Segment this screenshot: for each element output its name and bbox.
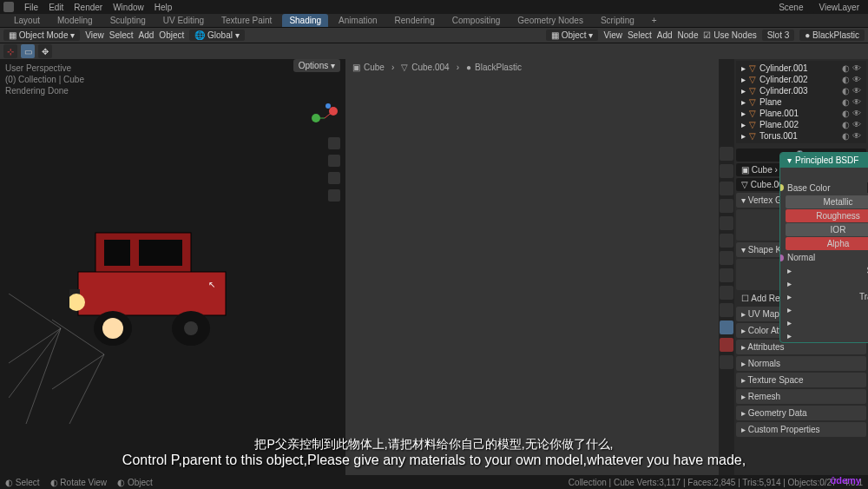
menu-window[interactable]: Window (113, 3, 144, 12)
options-dropdown[interactable]: Options ▾ (293, 59, 340, 72)
ne-add[interactable]: Add (657, 30, 673, 40)
transmission-section[interactable]: ▸ Transmission (780, 290, 868, 303)
viewport-toolbar: ▦ Object Mode ▾ View Select Add Object 🌐… (0, 28, 868, 43)
property-tabs (719, 59, 734, 475)
outliner-item[interactable]: ▸▽Plane.001◐ 👁 (738, 108, 865, 119)
camera-icon[interactable] (328, 172, 340, 184)
axis-gizmo[interactable] (309, 102, 340, 134)
menu-bar: File Edit Render Window Help (0, 0, 868, 14)
tab-layout[interactable]: Layout (7, 14, 47, 27)
outliner-item[interactable]: ▸▽Torus.001◐ 👁 (738, 130, 865, 142)
metallic-slider[interactable]: Metallic0.000 (786, 195, 868, 208)
outliner-item[interactable]: ▸▽Plane.002◐ 👁 (738, 119, 865, 130)
bc-mesh[interactable]: ▽ Cube.004 (401, 63, 449, 72)
specular-section[interactable]: ▸ Specular (780, 277, 868, 290)
tab-modeling[interactable]: Modeling (50, 14, 100, 27)
svg-line-16 (9, 328, 61, 363)
geodata-panel[interactable]: ▸ Geometry Data (736, 406, 866, 420)
mode-select[interactable]: ▦ Object Mode ▾ (3, 30, 80, 41)
svg-line-15 (9, 294, 61, 328)
svg-line-20 (52, 354, 104, 389)
sheen-section[interactable]: ▸ Sheen (780, 316, 868, 329)
bc-object[interactable]: ▣ Cube (352, 63, 385, 72)
mouse-cursor: ↖ (208, 280, 215, 289)
menu-select[interactable]: Select (109, 30, 134, 40)
material-select[interactable]: ● BlackPlastic (799, 30, 865, 41)
tab-shading[interactable]: Shading (282, 14, 328, 27)
tab-add[interactable]: + (645, 14, 664, 27)
tab-texture[interactable]: Texture Paint (214, 14, 279, 27)
principled-bsdf-node[interactable]: ▾ Principled BSDF BSDF Base Color Metall… (779, 152, 868, 343)
outliner-item[interactable]: ▸▽Cylinder.001◐ 👁 (738, 63, 865, 74)
tab-geonodes[interactable]: Geometry Nodes (510, 14, 590, 27)
normals-panel[interactable]: ▸ Normals (736, 356, 866, 371)
tab-animation[interactable]: Animation (332, 14, 384, 27)
menu-file[interactable]: File (24, 3, 38, 12)
remesh-panel[interactable]: ▸ Remesh (736, 389, 866, 404)
particle-tab-icon[interactable] (720, 268, 733, 282)
view-tab-icon[interactable] (720, 182, 733, 195)
blender-logo[interactable] (3, 2, 14, 12)
move-tool-icon[interactable]: ✥ (38, 44, 52, 58)
pan-icon[interactable] (328, 155, 340, 167)
tab-scripting[interactable]: Scripting (594, 14, 641, 27)
emission-section[interactable]: ▸ Emission (780, 329, 868, 342)
viewport-3d[interactable]: User Perspective (0) Collection | Cube R… (0, 59, 345, 475)
menu-object[interactable]: Object (159, 30, 184, 40)
orientation[interactable]: 🌐 Global ▾ (189, 30, 244, 41)
menu-edit[interactable]: Edit (49, 3, 63, 12)
menu-render[interactable]: Render (74, 3, 102, 12)
node-editor[interactable]: ▣ Cube › ▽ Cube.004 › ● BlackPlastic ▾ P… (345, 59, 719, 475)
node-header[interactable]: ▾ Principled BSDF (780, 153, 868, 168)
select-tool-icon[interactable]: ▭ (21, 44, 35, 58)
svg-rect-7 (139, 240, 182, 266)
alpha-slider[interactable]: Alpha1.000 (786, 237, 868, 250)
coat-section[interactable]: ▸ Coat (780, 303, 868, 316)
outliner: ▸▽Cylinder.001◐ 👁 ▸▽Cylinder.002◐ 👁 ▸▽Cy… (736, 61, 866, 143)
ior-slider[interactable]: IOR1.450 (786, 223, 868, 236)
zoom-icon[interactable] (328, 137, 340, 149)
normal-input: Normal (787, 253, 815, 262)
outliner-item[interactable]: ▸▽Cylinder.002◐ 👁 (738, 74, 865, 85)
menu-view[interactable]: View (85, 30, 104, 40)
tab-rendering[interactable]: Rendering (388, 14, 442, 27)
use-nodes[interactable]: ☑ Use Nodes (703, 30, 756, 40)
material-tab-icon[interactable] (720, 338, 733, 352)
tab-uv[interactable]: UV Editing (156, 14, 211, 27)
object-tab-icon[interactable] (720, 234, 733, 248)
data-tab-icon[interactable] (720, 320, 733, 334)
cursor-tool-icon[interactable]: ⊹ (3, 44, 17, 58)
ne-select[interactable]: Select (628, 30, 652, 40)
bc-material[interactable]: ● BlackPlastic (466, 63, 522, 72)
ne-node[interactable]: Node (678, 30, 699, 40)
texspace-panel[interactable]: ▸ Texture Space (736, 373, 866, 387)
custom-props-panel[interactable]: ▸ Custom Properties (736, 422, 866, 437)
scene-stats: Collection | Cube Verts:3,117 | Faces:2,… (569, 478, 837, 487)
texture-tab-icon[interactable] (720, 355, 733, 369)
slot-select[interactable]: Slot 3 (762, 30, 795, 41)
tab-compositing[interactable]: Compositing (445, 14, 508, 27)
constraint-tab-icon[interactable] (720, 303, 733, 317)
modifier-tab-icon[interactable] (720, 251, 733, 265)
ne-view[interactable]: View (603, 30, 622, 40)
viewlayer-field[interactable]: ViewLayer (813, 2, 865, 13)
output-tab-icon[interactable] (720, 164, 733, 178)
svg-line-18 (26, 328, 61, 424)
roughness-slider[interactable]: Roughness0.200 (786, 209, 868, 222)
render-tab-icon[interactable] (720, 147, 733, 161)
physics-tab-icon[interactable] (720, 286, 733, 300)
perspective-icon[interactable] (328, 189, 340, 202)
outliner-item[interactable]: ▸▽Plane◐ 👁 (738, 96, 865, 108)
scene-tab-icon[interactable] (720, 199, 733, 213)
status-bar: ◐ Select ◐ Rotate View ◐ Object Collecti… (0, 475, 868, 489)
world-tab-icon[interactable] (720, 216, 733, 230)
ne-object[interactable]: ▦ Object ▾ (546, 30, 598, 41)
tab-sculpting[interactable]: Sculpting (103, 14, 153, 27)
subsurface-section[interactable]: ▸ Subsurface (780, 264, 868, 277)
workspace-tabs: Layout Modeling Sculpting UV Editing Tex… (0, 14, 868, 28)
scene-field[interactable]: Scene (773, 2, 808, 13)
menu-help[interactable]: Help (155, 3, 173, 12)
menu-add[interactable]: Add (139, 30, 155, 40)
outliner-item[interactable]: ▸▽Cylinder.003◐ 👁 (738, 85, 865, 96)
svg-point-2 (326, 103, 331, 109)
